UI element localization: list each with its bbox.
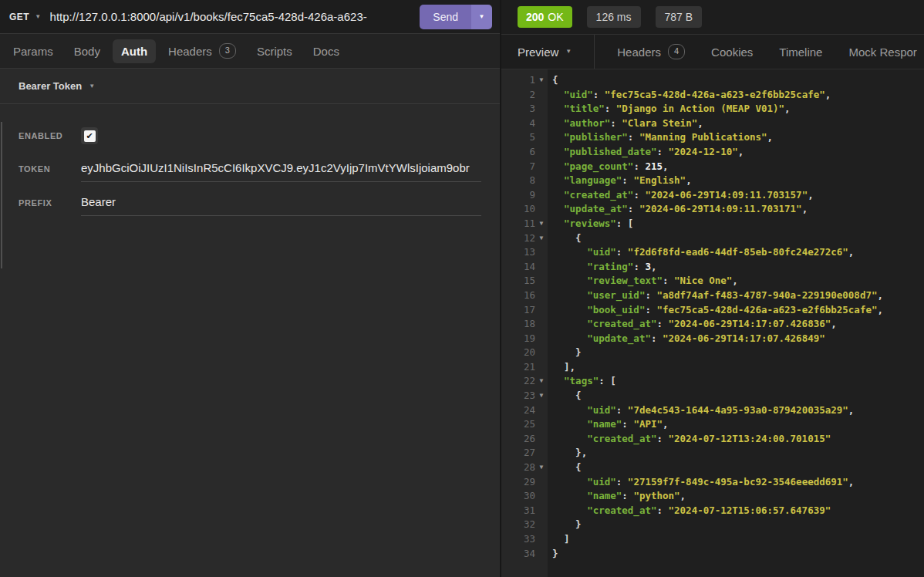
response-headers-count-badge: 4 <box>668 44 685 59</box>
fold-spacer <box>535 518 548 532</box>
code-text: "update_at": "2024-06-29T14:17:07.426849… <box>548 332 825 346</box>
code-line: 10 "update_at": "2024-06-29T14:09:11.703… <box>501 202 924 217</box>
code-text: "publisher": "Manning Publications", <box>548 130 773 145</box>
fold-spacer <box>535 160 548 174</box>
pane-scrollbar[interactable] <box>1 122 2 268</box>
line-number: 24 <box>501 403 535 418</box>
send-options-button[interactable]: ▼ <box>471 5 492 29</box>
fold-toggle-icon[interactable]: ▼ <box>535 389 548 403</box>
fold-spacer <box>535 504 548 518</box>
url-input[interactable]: http://127.0.0.1:8000/api/v1/books/fec75… <box>50 10 413 23</box>
code-line: 15 "review_text": "Nice One", <box>501 274 924 288</box>
fold-spacer <box>535 245 548 260</box>
line-number: 11 <box>501 217 535 231</box>
send-split-button: Send ▼ <box>420 5 492 29</box>
code-text: "title": "Django in Action (MEAP V01)", <box>548 102 791 116</box>
fold-spacer <box>535 403 548 418</box>
code-text: "uid": "7de4c543-1644-4a95-93a0-87942003… <box>548 403 854 418</box>
response-tabs: Preview ▼ Headers 4 Cookies Timeline Moc… <box>501 35 924 69</box>
code-text: "uid": "fec75ca5-428d-426a-a623-e2f6bb25… <box>548 88 831 103</box>
code-text: } <box>548 518 582 532</box>
fold-spacer <box>535 288 548 303</box>
tab-preview-dropdown[interactable]: Preview ▼ <box>508 40 582 64</box>
code-text: { <box>548 73 558 88</box>
line-number: 8 <box>501 174 535 188</box>
headers-count-badge: 3 <box>219 43 236 58</box>
fold-toggle-icon[interactable]: ▼ <box>535 374 548 389</box>
prefix-input[interactable]: Bearer <box>81 194 481 216</box>
api-client-window: GET ▼ http://127.0.0.1:8000/api/v1/books… <box>0 0 924 577</box>
tab-auth[interactable]: Auth <box>113 39 156 63</box>
fold-spacer <box>535 489 548 504</box>
enabled-row: ENABLED ✔ <box>19 127 481 144</box>
fold-spacer <box>535 532 548 547</box>
code-text: "created_at": "2024-06-29T14:09:11.70315… <box>548 188 814 203</box>
code-line: 28▼ { <box>501 461 924 475</box>
response-size-badge: 787 B <box>656 6 703 28</box>
tab-headers[interactable]: Headers 3 <box>160 38 244 63</box>
fold-toggle-icon[interactable]: ▼ <box>535 217 548 231</box>
code-line: 6 "published_date": "2024-12-10", <box>501 145 924 160</box>
send-button[interactable]: Send <box>420 5 471 29</box>
fold-spacer <box>535 332 548 346</box>
line-number: 19 <box>501 332 535 346</box>
fold-spacer <box>535 145 548 160</box>
code-line: 30 "name": "python", <box>501 489 924 504</box>
tab-mock-response[interactable]: Mock Respor <box>838 40 924 64</box>
fold-toggle-icon[interactable]: ▼ <box>535 73 548 88</box>
fold-spacer <box>535 102 548 116</box>
tab-docs[interactable]: Docs <box>305 39 348 63</box>
code-text: } <box>548 346 582 360</box>
code-line: 23▼ { <box>501 389 924 403</box>
line-number: 34 <box>501 547 535 562</box>
line-number: 22 <box>501 374 535 389</box>
code-text: { <box>548 461 582 475</box>
fold-toggle-icon[interactable]: ▼ <box>535 461 548 475</box>
line-number: 28 <box>501 461 535 475</box>
code-line: 2 "uid": "fec75ca5-428d-426a-a623-e2f6bb… <box>501 88 924 103</box>
tab-body[interactable]: Body <box>66 39 109 63</box>
code-line: 31 "created_at": "2024-07-12T15:06:57.64… <box>501 504 924 518</box>
fold-spacer <box>535 130 548 145</box>
code-text: "created_at": "2024-07-12T13:24:00.70101… <box>548 432 831 447</box>
fold-spacer <box>535 188 548 203</box>
line-number: 18 <box>501 317 535 332</box>
code-text: "book_uid": "fec75ca5-428d-426a-a623-e2f… <box>548 303 883 318</box>
fold-toggle-icon[interactable]: ▼ <box>535 231 548 246</box>
enabled-label: ENABLED <box>19 127 81 140</box>
enabled-checkbox[interactable]: ✔ <box>81 127 98 144</box>
code-line: 24 "uid": "7de4c543-1644-4a95-93a0-87942… <box>501 403 924 418</box>
code-text: } <box>548 547 558 562</box>
response-body: 1▼{2 "uid": "fec75ca5-428d-426a-a623-e2f… <box>501 73 924 561</box>
prefix-row: PREFIX Bearer <box>19 194 481 228</box>
code-text: "language": "English", <box>548 174 692 188</box>
tab-response-headers[interactable]: Headers 4 <box>607 39 695 64</box>
tab-cookies[interactable]: Cookies <box>701 40 763 64</box>
fold-spacer <box>535 174 548 188</box>
response-body-viewer: 1▼{2 "uid": "fec75ca5-428d-426a-a623-e2f… <box>501 69 924 577</box>
auth-type-label: Bearer Token <box>19 80 82 92</box>
tab-scripts[interactable]: Scripts <box>248 39 301 63</box>
code-text: ] <box>548 532 570 547</box>
tab-timeline[interactable]: Timeline <box>769 40 832 64</box>
code-line: 14 "rating": 3, <box>501 260 924 275</box>
code-text: "reviews": [ <box>548 217 633 231</box>
auth-type-dropdown[interactable]: Bearer Token ▼ <box>0 69 500 104</box>
token-input[interactable]: eyJhbGciOiJIUzI1NiIsInR5cCI6IkpXVCJ9.eyJ… <box>81 160 481 182</box>
fold-spacer <box>535 432 548 447</box>
line-number: 20 <box>501 346 535 360</box>
line-number: 3 <box>501 102 535 116</box>
line-number: 13 <box>501 245 535 260</box>
code-line: 18 "created_at": "2024-06-29T14:17:07.42… <box>501 317 924 332</box>
method-dropdown[interactable]: GET ▼ <box>8 8 43 25</box>
code-line: 22▼ "tags": [ <box>501 374 924 389</box>
tab-params[interactable]: Params <box>5 39 62 63</box>
line-number: 15 <box>501 274 535 288</box>
code-text: "published_date": "2024-12-10", <box>548 145 744 160</box>
code-text: { <box>548 389 582 403</box>
code-text: "page_count": 215, <box>548 160 669 174</box>
token-row: TOKEN eyJhbGciOiJIUzI1NiIsInR5cCI6IkpXVC… <box>19 160 481 194</box>
request-tabs: Params Body Auth Headers 3 Scripts Docs <box>0 34 500 69</box>
code-line: 5 "publisher": "Manning Publications", <box>501 130 924 145</box>
code-line: 19 "update_at": "2024-06-29T14:17:07.426… <box>501 332 924 346</box>
